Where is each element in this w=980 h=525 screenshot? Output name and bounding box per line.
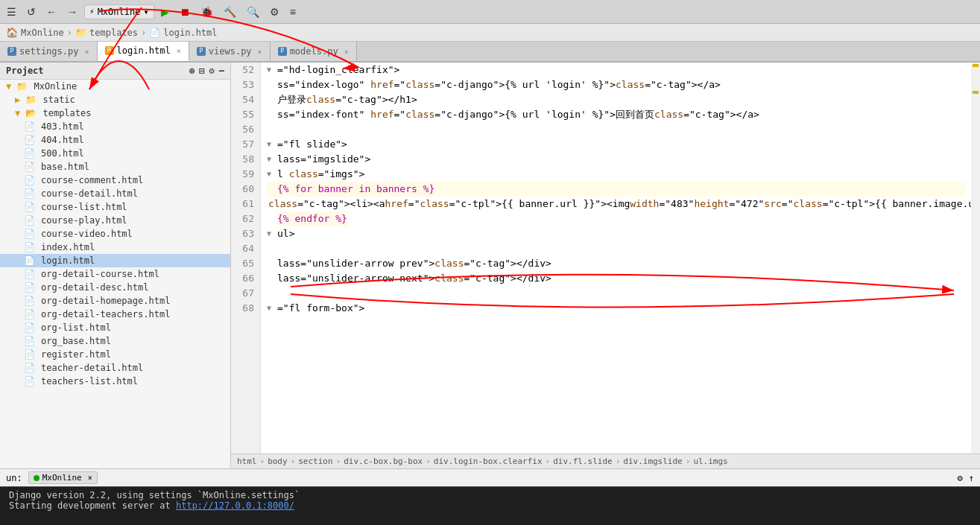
tree-item-label: org-list.html (41, 322, 111, 333)
status-bc-item-0[interactable]: html (237, 456, 257, 466)
tab-file-icon: P (7, 47, 16, 56)
breadcrumb-root-icon: 🏠 (6, 27, 18, 38)
fold-arrow-57[interactable]: ▼ (267, 137, 276, 152)
file-icon: 📄 (24, 255, 35, 266)
sidebar-item-course-detail-html[interactable]: 📄course-detail.html (0, 187, 230, 200)
sidebar-item-templates[interactable]: ▼ 📂templates (0, 106, 230, 120)
code-area[interactable]: ▼="hd-login_clearfix"> ss="index-logo" h… (261, 63, 971, 454)
breadcrumb-folder-icon: 📁 (75, 28, 86, 38)
run-bar-gear[interactable]: ⚙ (958, 473, 963, 483)
status-bc-sep-0: › (260, 456, 265, 466)
breadcrumb-folder[interactable]: templates (89, 28, 138, 38)
status-bc-item-4[interactable]: div.login-box.clearfix (434, 456, 543, 466)
tab-close-btn[interactable]: × (344, 48, 349, 56)
status-bc-item-1[interactable]: body (268, 456, 288, 466)
status-bc-item-3[interactable]: div.c-box.bg-box (344, 456, 423, 466)
sidebar-item-org-detail-homepage-html[interactable]: 📄org-detail-homepage.html (0, 294, 230, 308)
toolbar-search-btn[interactable]: 🔍 (243, 4, 263, 19)
fold-arrow-58[interactable]: ▼ (267, 152, 276, 167)
sidebar-item-course-list-html[interactable]: 📄course-list.html (0, 200, 230, 214)
file-icon: 📄 (24, 148, 35, 159)
sidebar-item-403-html[interactable]: 📄403.html (0, 120, 230, 133)
toolbar-refresh-btn[interactable]: ↺ (23, 4, 39, 19)
sidebar-item-org-detail-desc-html[interactable]: 📄org-detail-desc.html (0, 281, 230, 294)
tab-settings-py[interactable]: Psettings.py× (0, 42, 98, 61)
file-icon: 📄 (24, 215, 35, 226)
code-line-63: ▼ul> (267, 226, 965, 241)
sidebar-item-org_base-html[interactable]: 📄org_base.html (0, 334, 230, 348)
sidebar-item-404-html[interactable]: 📄404.html (0, 133, 230, 147)
sidebar-item-static[interactable]: ▶ 📁static (0, 93, 230, 106)
django-tag-60: {% for banner in banners %} (277, 182, 434, 197)
editor-area: 5253545556575859606162636465666768 ▼="hd… (231, 63, 980, 468)
console-area: Django version 2.2, using settings `MxOn… (0, 486, 980, 525)
run-bar-up[interactable]: ↑ (969, 473, 974, 483)
tab-models-py[interactable]: Pmodels.py× (271, 42, 357, 61)
sidebar-item-MxOnline[interactable]: ▼ 📁MxOnline (0, 80, 230, 93)
toolbar-stop-btn[interactable]: ⏹ (176, 4, 194, 19)
project-dropdown[interactable]: ⚡ MxOnline ▾ (84, 4, 154, 19)
sidebar-item-course-comment-html[interactable]: 📄course-comment.html (0, 174, 230, 187)
sidebar-item-teacher-detail-html[interactable]: 📄teacher-detail.html (0, 361, 230, 375)
sidebar-item-index-html[interactable]: 📄index.html (0, 241, 230, 254)
sidebar-item-course-play-html[interactable]: 📄course-play.html (0, 214, 230, 227)
toolbar-build-btn[interactable]: 🔨 (220, 4, 240, 19)
sidebar-item-course-video-html[interactable]: 📄course-video.html (0, 227, 230, 241)
sidebar-close-icon[interactable]: — (219, 66, 224, 76)
tree-item-label: org-detail-homepage.html (41, 296, 170, 306)
tab-close-btn[interactable]: × (84, 48, 89, 56)
sidebar-item-500-html[interactable]: 📄500.html (0, 147, 230, 160)
right-scrollbar[interactable] (971, 63, 980, 454)
fold-arrow-59[interactable]: ▼ (267, 167, 276, 182)
editor-content[interactable]: 5253545556575859606162636465666768 ▼="hd… (231, 63, 980, 454)
console-line2-prefix: Starting development server at (9, 500, 176, 511)
file-icon: 📄 (24, 363, 35, 373)
toolbar-run-btn[interactable]: ▶ (157, 4, 173, 19)
file-icon: 📄 (24, 322, 35, 333)
line-num-63: 63 (237, 226, 254, 241)
console-server-link[interactable]: http://127.0.0.1:8000/ (176, 500, 294, 511)
toolbar-back-btn[interactable]: ← (42, 4, 60, 19)
code-line-65: lass="unslider-arrow prev">class="c-tag"… (267, 256, 965, 271)
sidebar-add-icon[interactable]: ⊕ (189, 66, 195, 76)
breadcrumb-root[interactable]: MxOnline (21, 28, 64, 38)
sidebar-item-org-detail-teachers-html[interactable]: 📄org-detail-teachers.html (0, 308, 230, 321)
status-bc-item-5[interactable]: div.fl.slide (553, 456, 612, 466)
sidebar-collapse-icon[interactable]: ⊟ (199, 66, 204, 76)
run-tab[interactable]: MxOnline × (28, 471, 98, 484)
toolbar-extra-btn[interactable]: ≡ (286, 4, 300, 19)
breadcrumb-file-icon: 📄 (149, 28, 160, 38)
sidebar-item-org-list-html[interactable]: 📄org-list.html (0, 321, 230, 334)
toolbar-forward-btn[interactable]: → (63, 4, 81, 19)
code-line-55: ss="index-font" href="class="c-django">{… (267, 107, 965, 122)
tree-item-label: static (42, 95, 75, 105)
tree-item-label: templates (42, 108, 91, 118)
line-num-60: 60 (237, 182, 254, 197)
sidebar-item-teachers-list-html[interactable]: 📄teachers-list.html (0, 375, 230, 388)
code-line-68: ▼="fl form-box"> (267, 301, 965, 316)
status-bc-item-6[interactable]: div.imgslide (623, 456, 682, 466)
toolbar-settings-btn[interactable]: ⚙ (266, 4, 283, 19)
toolbar-debug-btn[interactable]: 🐞 (197, 4, 217, 19)
status-bc-item-7[interactable]: ul.imgs (693, 456, 727, 466)
console-line-1: Django version 2.2, using settings `MxOn… (9, 490, 971, 500)
toolbar-menu-btn[interactable]: ☰ (3, 4, 20, 19)
run-tab-close[interactable]: × (88, 474, 92, 482)
sidebar-item-login-html[interactable]: 📄login.html (0, 254, 230, 267)
sidebar-item-base-html[interactable]: 📄base.html (0, 160, 230, 174)
status-bc-item-2[interactable]: section (298, 456, 332, 466)
sidebar-item-register-html[interactable]: 📄register.html (0, 348, 230, 361)
tab-close-btn[interactable]: × (258, 48, 262, 56)
tab-close-btn[interactable]: × (177, 47, 181, 55)
tree-item-label: course-detail.html (41, 188, 138, 199)
fold-arrow-63[interactable]: ▼ (267, 226, 276, 241)
line-num-58: 58 (237, 152, 254, 167)
fold-arrow-68[interactable]: ▼ (267, 301, 276, 316)
tab-login-html[interactable]: Hlogin.html× (98, 42, 189, 61)
sidebar-settings-icon[interactable]: ⚙ (209, 66, 215, 76)
sidebar-item-org-detail-course-html[interactable]: 📄org-detail-course.html (0, 267, 230, 281)
console-line-2: Starting development server at http://12… (9, 500, 971, 511)
fold-arrow-52[interactable]: ▼ (267, 63, 276, 77)
tab-views-py[interactable]: Pviews.py× (189, 42, 271, 61)
breadcrumb-file[interactable]: login.html (163, 28, 217, 38)
